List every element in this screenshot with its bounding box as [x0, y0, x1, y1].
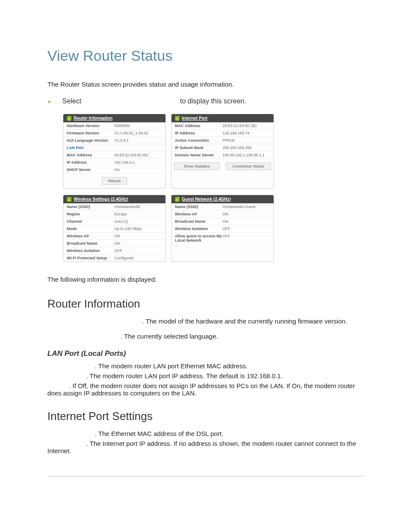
- table-row: IP Address118.166.195.74: [171, 130, 274, 137]
- table-row: MAC Address20:E5:2A:E8:8C:BD: [171, 122, 274, 130]
- panel-internet-port: ✓ Internet Port MAC Address20:E5:2A:E8:8…: [171, 114, 274, 189]
- table-row: Active ConnectionPPPoE: [171, 137, 274, 144]
- bullet-arrow-icon: ➤: [47, 99, 53, 105]
- table-row: GUI Language VersionV1.0.0.1: [63, 137, 165, 144]
- table-row: IP Subnet Mask255.255.255.255: [171, 144, 274, 152]
- table-row: Wireless APON: [63, 233, 165, 240]
- select-left: Select: [62, 97, 81, 105]
- select-instruction: ➤ Select to display this screen.: [47, 97, 364, 105]
- table-row: MAC Address20:E5:2A:E8:8C:BC: [63, 152, 165, 159]
- table-row: Wireless IsolationOFF: [171, 225, 274, 233]
- intro-text: The Router Status screen provides status…: [47, 80, 364, 90]
- panel-header: ✓ Internet Port: [171, 114, 274, 122]
- show-statistics-button[interactable]: Show Statistics: [174, 162, 220, 170]
- panel-header: ✓ Wireless Settings (2.4GHz): [63, 195, 165, 203]
- select-right: to display this screen.: [180, 97, 246, 105]
- check-icon: ✓: [175, 197, 180, 202]
- desc-lan-dhcp: . If Off, the modem router does not assi…: [47, 382, 364, 397]
- table-row: Broadcast NameON: [63, 240, 165, 247]
- panel-title: Guest Network (2.4GHz): [182, 197, 231, 202]
- page-title: View Router Status: [47, 47, 364, 64]
- panel-title: Wireless Settings (2.4GHz): [74, 197, 128, 202]
- panel-header: ✓ Router Information: [63, 114, 165, 122]
- section-router-information: Router Information: [47, 297, 364, 311]
- footer-divider: [47, 476, 364, 476]
- desc-lan-mac: . The modem router LAN port Ethernet MAC…: [47, 362, 364, 370]
- table-row: ChannelAuto (1): [63, 218, 165, 225]
- table-row: Name (SSID)OnNetworks-Guest: [171, 203, 274, 211]
- table-row: Hardware VersionN300RM: [63, 122, 165, 130]
- table-row: RegionEurope: [63, 211, 165, 218]
- connection-status-button[interactable]: Connection Status: [226, 162, 271, 170]
- panel-router-information: ✓ Router Information Hardware VersionN30…: [63, 114, 166, 189]
- table-row: ModeUp to 145 Mbps: [63, 225, 165, 233]
- panel-guest-network: ✓ Guest Network (2.4GHz) Name (SSID)OnNe…: [171, 195, 274, 262]
- desc-language: . The currently selected language.: [47, 333, 364, 340]
- desc-lan-ip: . The modem router LAN port IP address. …: [47, 372, 364, 380]
- reboot-button[interactable]: Reboot: [102, 177, 127, 185]
- panel-title: Internet Port: [182, 116, 207, 121]
- table-row: Broadcast NameON: [171, 218, 274, 225]
- desc-internet-mac: . The Ethernet MAC address of the DSL po…: [47, 430, 364, 437]
- table-row: Allow guest to access My Local NetworkOF…: [171, 233, 274, 244]
- table-row: Wireless IsolationOFF: [63, 247, 165, 255]
- section-internet-port-settings: Internet Port Settings: [47, 410, 364, 423]
- panel-title: Router Information: [74, 116, 112, 121]
- table-row: DHCP ServerOn: [63, 166, 165, 174]
- table-row: Wireless APON: [171, 211, 274, 218]
- check-icon: ✓: [67, 116, 72, 121]
- table-row: Firmware VersionV1.1.00.02_1.00.02: [63, 130, 165, 137]
- following-info-text: The following information is displayed:: [47, 275, 364, 285]
- table-row: IP Address192.168.0.1: [63, 159, 165, 166]
- check-icon: ✓: [67, 197, 72, 202]
- check-icon: ✓: [175, 116, 180, 121]
- desc-hardware-firmware: . The model of the hardware and the curr…: [47, 317, 364, 325]
- table-row: Wi-Fi Protected SetupConfigured: [63, 255, 165, 261]
- panel-wireless-settings: ✓ Wireless Settings (2.4GHz) Name (SSID)…: [63, 195, 166, 262]
- table-row: Name (SSID)OnNetworks38: [63, 203, 165, 211]
- router-status-screenshot: ✓ Router Information Hardware VersionN30…: [63, 114, 274, 262]
- panel-header: ✓ Guest Network (2.4GHz): [171, 195, 274, 203]
- subsection-lan-port: LAN Port (Local Ports): [47, 349, 364, 358]
- lan-port-label: LAN Port: [63, 144, 165, 152]
- table-row: Domain Name Server168.95.192.1 168.95.1.…: [171, 152, 274, 159]
- desc-internet-ip: . The Internet port IP address. If no ad…: [47, 440, 364, 454]
